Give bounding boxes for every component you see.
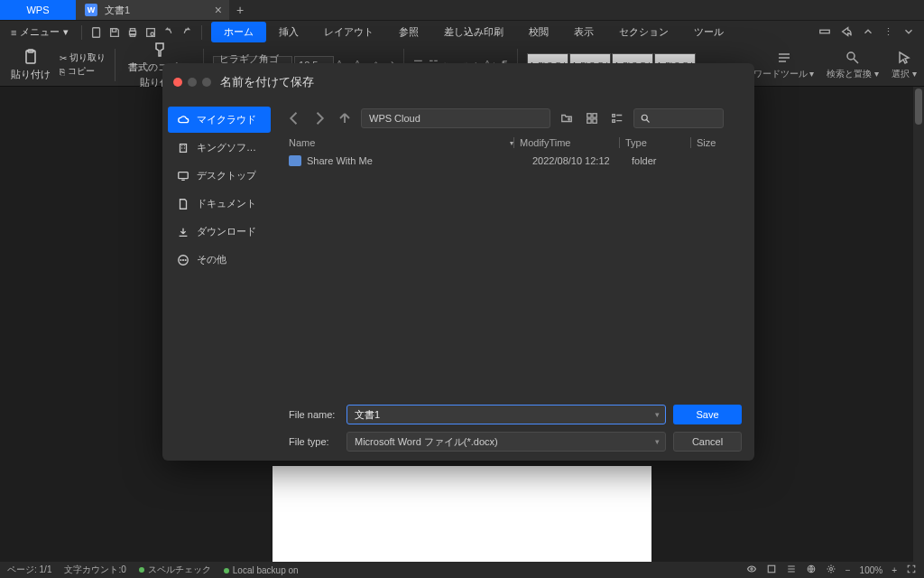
new-file-icon[interactable] (89, 25, 104, 40)
doc-icon: W (85, 4, 97, 16)
close-window-button[interactable] (173, 78, 182, 87)
document-icon (177, 198, 189, 210)
select-button[interactable]: 選択 ▾ (892, 50, 917, 80)
save-as-dialog: 名前を付けて保存 マイクラウド キングソフト株式... デスクトップ ドキュメン… (162, 63, 754, 461)
redo-icon[interactable] (180, 25, 194, 40)
find-replace-button[interactable]: 検索と置換 ▾ (827, 50, 879, 80)
col-modify[interactable]: ModifyTime (520, 137, 619, 148)
document-tab[interactable]: W 文書1 × (76, 0, 229, 20)
status-backup[interactable]: Local backup on (224, 565, 299, 575)
view-list-icon[interactable] (608, 109, 626, 127)
window-controls: ⋮ (818, 25, 924, 40)
view-print-icon[interactable] (766, 564, 777, 576)
svg-rect-11 (180, 144, 187, 152)
paste-button[interactable]: 貼り付け (7, 46, 54, 83)
location-downloads[interactable]: ダウンロード (168, 219, 271, 245)
col-name[interactable]: Name▾ (289, 137, 513, 148)
cancel-button[interactable]: Cancel (673, 432, 742, 452)
location-other[interactable]: その他 (168, 247, 271, 273)
svg-rect-12 (179, 172, 189, 178)
svg-rect-21 (613, 115, 615, 117)
location-my-cloud[interactable]: マイクラウド (168, 107, 271, 133)
status-right: − 100% + (746, 564, 917, 576)
share-icon[interactable] (840, 25, 853, 40)
save-button[interactable]: Save (673, 405, 742, 424)
dialog-footer: File name: 文書1 ▾ Save File type: Microso… (276, 396, 754, 461)
zoom-level[interactable]: 100% (860, 565, 883, 575)
new-folder-icon[interactable] (558, 109, 576, 127)
tab-tools[interactable]: ツール (681, 22, 736, 42)
svg-rect-18 (593, 114, 596, 117)
minimize-window-button[interactable] (188, 78, 197, 87)
divider (115, 49, 116, 81)
folder-icon (289, 155, 301, 166)
nav-up-button[interactable] (336, 109, 354, 127)
cut-label: 切り取り (69, 51, 106, 64)
zoom-out-button[interactable]: − (845, 565, 851, 575)
chevron-down-icon[interactable]: ▾ (655, 410, 660, 419)
title-bar: WPS W 文書1 × + (0, 0, 924, 20)
chevron-down-icon[interactable]: ▾ (655, 437, 660, 446)
tab-insert[interactable]: 挿入 (266, 22, 311, 42)
nav-forward-button[interactable] (310, 109, 328, 127)
status-chars[interactable]: 文字カウント:0 (64, 564, 125, 576)
fullscreen-icon[interactable] (906, 564, 917, 576)
copy-button[interactable]: ⎘ コピー (60, 65, 106, 78)
filetype-select[interactable]: Microsoft Word ファイル(*.docx) ▾ (346, 432, 666, 452)
svg-point-23 (642, 115, 647, 120)
word-tools-label: ワードツール (753, 69, 808, 79)
path-input[interactable]: WPS Cloud (361, 108, 550, 128)
tab-mailings[interactable]: 差し込み印刷 (431, 22, 516, 42)
app-tab-wps[interactable]: WPS (0, 0, 76, 20)
print-icon[interactable] (125, 25, 140, 40)
view-outline-icon[interactable] (786, 564, 797, 576)
svg-point-6 (151, 33, 154, 36)
collapse-ribbon-icon[interactable] (818, 25, 831, 40)
tab-references[interactable]: 参照 (386, 22, 431, 42)
scrollbar-thumb[interactable] (915, 89, 922, 125)
location-company[interactable]: キングソフト株式... (168, 135, 271, 161)
location-desktop[interactable]: デスクトップ (168, 163, 271, 189)
save-icon[interactable] (107, 25, 122, 40)
svg-rect-25 (768, 565, 775, 573)
chevron-up-icon[interactable] (862, 25, 874, 40)
tab-view[interactable]: 表示 (561, 22, 606, 42)
file-row[interactable]: Share With Me 2022/08/10 12:12 folder (276, 152, 754, 170)
search-input[interactable] (633, 108, 724, 128)
cut-button[interactable]: ✂ 切り取り (60, 51, 106, 64)
nav-back-button[interactable] (285, 109, 303, 127)
vertical-scrollbar[interactable] (913, 87, 924, 562)
word-tools-button[interactable]: ワードツール ▾ (753, 50, 815, 80)
tab-review[interactable]: 校閲 (516, 22, 561, 42)
status-page[interactable]: ページ: 1/1 (7, 564, 51, 576)
print-preview-icon[interactable] (143, 25, 158, 40)
location-documents[interactable]: ドキュメント (168, 191, 271, 217)
more-icon[interactable]: ⋮ (883, 26, 893, 38)
filename-label: File name: (289, 409, 339, 420)
zoom-in-button[interactable]: + (892, 565, 897, 575)
ribbon-right-group: ワードツール ▾ 検索と置換 ▾ 選択 ▾ (753, 50, 917, 80)
status-spellcheck[interactable]: スペルチェック (139, 564, 211, 576)
view-grid-icon[interactable] (583, 109, 601, 127)
new-tab-button[interactable]: + (229, 0, 251, 20)
dialog-body: マイクラウド キングソフト株式... デスクトップ ドキュメント ダウンロード … (162, 101, 754, 461)
tab-layout[interactable]: レイアウト (311, 22, 386, 42)
search-icon (640, 113, 651, 124)
col-size[interactable]: Size (697, 137, 742, 148)
close-tab-icon[interactable]: × (215, 3, 222, 17)
settings-icon[interactable] (826, 564, 836, 576)
svg-rect-0 (93, 27, 100, 37)
filename-input[interactable]: 文書1 ▾ (346, 405, 666, 424)
file-list-header: Name▾ ModifyTime Type Size (276, 132, 754, 152)
tab-home[interactable]: ホーム (211, 22, 266, 42)
chevron-down-icon[interactable] (902, 25, 915, 40)
menu-dropdown[interactable]: ≡ メニュー ▾ (0, 25, 79, 39)
building-icon (177, 142, 189, 154)
view-web-icon[interactable] (806, 564, 817, 576)
eye-icon[interactable] (746, 564, 757, 576)
clipboard-icon (22, 48, 40, 66)
col-type[interactable]: Type (625, 137, 690, 148)
zoom-window-button[interactable] (202, 78, 211, 87)
tab-section[interactable]: セクション (606, 22, 681, 42)
undo-icon[interactable] (162, 25, 176, 40)
